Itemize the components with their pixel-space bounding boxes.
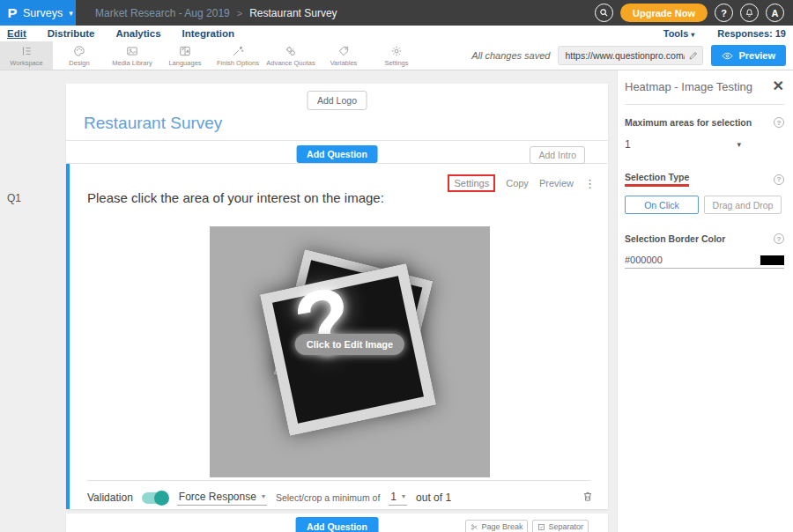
magic-wand-icon [232,45,244,57]
selection-type-on-click[interactable]: On Click [625,196,699,214]
bell-icon [745,8,754,18]
nav-tab-integration[interactable]: Integration [182,28,234,39]
chevron-down-icon: ▾ [262,492,265,500]
click-to-edit-image-button[interactable]: Click to Edit Image [295,334,404,355]
nav-tab-analytics[interactable]: Analytics [115,28,160,39]
breadcrumb-parent[interactable]: Market Research - Aug 2019 [95,7,230,19]
heatmap-image-placeholder[interactable]: ? Click to Edit Image [210,226,490,477]
toolbar-item-finish-options[interactable]: Finish Options [211,41,264,70]
search-icon [599,8,609,18]
max-areas-select[interactable]: 1 ▾ [625,138,741,151]
image-icon [126,45,138,57]
delete-question-button[interactable] [582,490,594,506]
toolbar-item-advance-quotas[interactable]: Advance Quotas [264,41,317,70]
help-icon[interactable]: ? [774,174,784,185]
divider [625,104,784,105]
top-bar: P Surveys ▾ Market Research - Aug 2019 >… [0,0,793,26]
add-question-button-top[interactable]: Add Question [296,145,378,163]
border-color-input[interactable] [625,255,722,265]
color-swatch[interactable] [760,255,784,265]
responses-count[interactable]: Responses: 19 [717,28,786,39]
divider [66,140,608,141]
add-intro-button[interactable]: Add Intro [530,146,585,164]
toolbar-item-settings[interactable]: Settings [370,41,423,70]
question-actions: Settings Copy Preview ⋮ [448,174,596,192]
validation-label: Validation [87,491,133,504]
question-settings-panel: Heatmap - Image Testing ✕ Maximum areas … [617,70,793,532]
toolbar-item-design[interactable]: Design [53,41,106,70]
panel-title: Heatmap - Image Testing [625,80,752,93]
validation-type-select[interactable]: Force Response ▾ [177,491,267,506]
help-button[interactable]: ? [715,4,733,22]
questionpro-logo-icon: P [7,5,17,20]
toolbar-item-variables[interactable]: Variables [317,41,370,70]
save-status: All changes saved [471,50,550,61]
breadcrumb: Market Research - Aug 2019 > Restaurant … [95,0,337,26]
question-text[interactable]: Please click the area of your interest o… [87,190,384,205]
question-preview-button[interactable]: Preview [539,178,574,188]
kebab-menu-icon[interactable]: ⋮ [584,177,596,190]
scissors-icon [471,523,478,531]
add-question-button-bottom[interactable]: Add Question [295,517,379,532]
checkbox-icon [537,523,545,531]
nav-tab-edit[interactable]: Edit [7,28,26,39]
toolbar-item-workspace[interactable]: Workspace [0,41,53,70]
breadcrumb-current: Restaurant Survey [249,7,337,19]
separator-button[interactable]: Separator [532,520,589,532]
page-break-button[interactable]: Page Break [465,520,528,532]
border-color-field [625,255,784,269]
add-logo-button[interactable]: Add Logo [307,91,367,110]
question-card: Settings Copy Preview ⋮ Please click the… [66,164,608,509]
upgrade-now-button[interactable]: Upgrade Now [620,4,708,22]
border-color-label: Selection Border Color [625,233,725,244]
notifications-button[interactable] [740,4,759,22]
selection-type-label: Selection Type [625,172,689,187]
workspace-icon [20,45,33,57]
trash-icon [582,490,594,503]
divider [87,480,590,481]
search-button[interactable] [595,4,613,22]
footer-strip: Add Question Page Break Separator [66,514,608,532]
nav-tab-distribute[interactable]: Distribute [48,28,95,39]
toolbar-item-languages[interactable]: Languages [159,41,211,70]
validation-row: Validation Force Response ▾ Select/crop … [87,486,594,509]
chevron-down-icon: ▾ [69,9,73,18]
translate-icon [179,45,191,57]
quota-links-icon [285,45,297,57]
tools-menu[interactable]: Tools ▾ [663,28,695,39]
validation-toggle[interactable] [142,492,168,504]
gear-icon [390,45,403,57]
toolbar-item-media-library[interactable]: Media Library [106,41,159,70]
topbar-actions: Upgrade Now ? A [595,0,793,26]
pencil-icon[interactable] [688,50,699,61]
minimum-value-select[interactable]: 1 ▾ [389,491,407,506]
question-number: Q1 [7,192,21,204]
account-avatar[interactable]: A [766,4,784,22]
help-icon[interactable]: ? [774,233,784,244]
editor-content: Q1 Add Logo Restaurant Survey Add Questi… [0,70,793,532]
breadcrumb-separator-icon: > [237,8,242,18]
help-icon[interactable]: ? [774,117,784,128]
tag-icon [337,45,350,57]
main-nav: Edit Distribute Analytics Integration To… [0,26,793,41]
out-of-label: out of 1 [416,491,451,504]
preview-button[interactable]: Preview [711,45,786,66]
product-name: Surveys [23,7,63,19]
toggle-knob [154,491,169,506]
palette-icon [73,45,85,57]
product-switcher[interactable]: P Surveys ▾ [0,0,76,26]
question-settings-button[interactable]: Settings [448,174,495,192]
question-copy-button[interactable]: Copy [506,178,529,188]
editor-toolbar: Workspace Design Media Library Languages… [0,41,793,70]
survey-header-card: Add Logo Restaurant Survey Add Question … [66,84,608,163]
minimum-label: Select/crop a minimum of [276,492,380,503]
survey-title[interactable]: Restaurant Survey [84,114,222,133]
selection-type-drag-drop[interactable]: Drag and Drop [704,196,782,214]
max-areas-label: Maximum areas for selection [625,117,752,128]
chevron-down-icon: ▾ [737,140,741,149]
survey-url-field[interactable] [558,46,703,65]
eye-icon [722,50,733,62]
chevron-down-icon: ▾ [691,31,694,39]
close-icon[interactable]: ✕ [773,79,784,93]
survey-url-input[interactable] [565,50,685,61]
